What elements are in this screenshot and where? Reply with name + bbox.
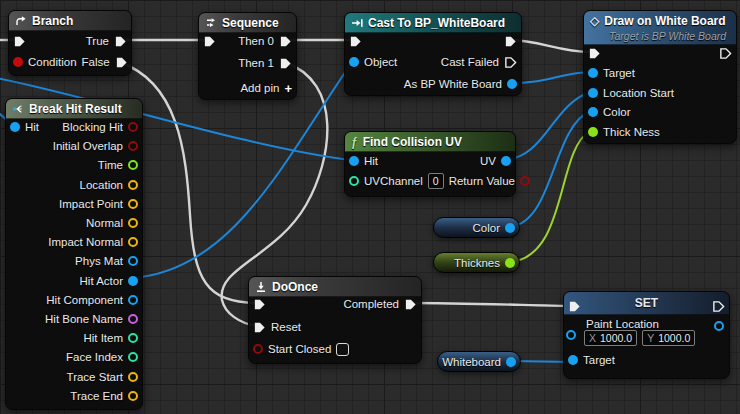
break-impact-normal-pin[interactable] [128,237,138,247]
cast-header[interactable]: Cast To BP_WhiteBoard [345,13,521,33]
break-out-label: Normal [86,217,123,229]
break-out-label: Impact Normal [48,236,123,248]
set-paint-location-in-pin[interactable] [566,330,576,340]
break-initial-overlap-pin[interactable] [128,141,138,151]
branch-icon [15,15,27,27]
sequence-then0-pin[interactable] [279,35,292,48]
cast-as-bp-pin[interactable] [507,79,517,89]
break-location-pin[interactable] [128,180,138,190]
set-y-label: Y [647,332,654,344]
node-draw-on-white-board[interactable]: ◇ Draw on White Board Target is BP White… [583,10,737,144]
cast-failed-pin[interactable] [504,56,517,69]
draw-thickness-pin[interactable] [588,127,598,137]
branch-condition-label: Condition [28,56,77,68]
draw-location-start-label: Location Start [603,87,674,99]
draw-header[interactable]: ◇ Draw on White Board Target is BP White… [584,11,736,45]
break-out-label: Hit Actor [80,275,123,287]
set-paint-location-label: Paint Location [586,318,659,330]
find-uv-channel-pin[interactable] [349,176,359,186]
blueprint-graph-canvas[interactable]: Branch True Condition False Sequence The… [0,0,740,414]
cast-object-pin[interactable] [349,57,359,67]
set-y-input[interactable]: Y1000.0 [642,330,695,346]
set-x-input[interactable]: X1000.0 [584,330,637,346]
set-exec-in-pin[interactable] [568,300,581,313]
node-do-once[interactable]: DoOnce Completed Reset Start Closed [248,276,422,364]
node-branch[interactable]: Branch True Condition False [8,10,132,76]
do-once-completed-pin[interactable] [404,298,417,311]
break-normal-pin[interactable] [128,218,138,228]
variable-color-pin[interactable] [505,223,515,233]
variable-whiteboard-pin[interactable] [506,357,516,367]
node-break-hit-result[interactable]: Break Hit Result Hit Blocking Hit Initia… [5,98,143,410]
break-hit-bone-name-pin[interactable] [128,314,138,324]
break-hit-input-pin[interactable] [10,122,20,132]
node-set-paint-location[interactable]: SET Paint Location X1000.0Y1000.0 Target [563,291,730,379]
break-blocking-hit-pin[interactable] [128,122,138,132]
find-uv-uv-pin[interactable] [501,156,511,166]
do-once-start-closed-pin[interactable] [253,344,263,354]
branch-true-label: True [86,35,109,47]
do-once-title: DoOnce [272,280,318,294]
diamond-icon: ◇ [590,15,599,27]
draw-exec-out-pin[interactable] [719,47,732,60]
find-uv-return-pin[interactable] [520,176,530,186]
set-x-value: 1000.0 [600,332,632,344]
set-target-pin[interactable] [568,355,578,365]
draw-location-start-pin[interactable] [588,88,598,98]
cast-failed-label: Cast Failed [441,56,499,68]
branch-true-pin[interactable] [114,35,127,48]
branch-header[interactable]: Branch [9,11,131,31]
find-uv-hit-label: Hit [364,155,378,167]
draw-color-pin[interactable] [588,107,598,117]
do-once-reset-pin[interactable] [253,321,266,334]
node-find-collision-uv[interactable]: ƒ Find Collision UV Hit UV UVChannel0 Re… [344,131,516,197]
break-out-label: Trace End [70,390,123,402]
break-hit-component-pin[interactable] [128,295,138,305]
break-trace-start-pin[interactable] [128,372,138,382]
draw-subtitle: Target is BP White Board [590,30,730,42]
break-out-label: Location [80,179,123,191]
do-once-header[interactable]: DoOnce [249,277,421,297]
find-uv-title: Find Collision UV [363,135,462,149]
variable-thicknes-pin[interactable] [505,258,515,268]
draw-target-pin[interactable] [588,68,598,78]
break-impact-point-pin[interactable] [128,199,138,209]
set-target-label: Target [583,354,615,366]
sequence-add-pin-button[interactable]: Add pin+ [203,79,292,97]
find-uv-hit-pin[interactable] [349,156,359,166]
break-hit-header[interactable]: Break Hit Result [6,99,142,119]
uv-channel-input[interactable]: 0 [428,173,444,189]
sequence-then1-label: Then 1 [238,57,274,69]
break-face-index-pin[interactable] [128,352,138,362]
sequence-header[interactable]: Sequence [199,13,296,33]
break-time-pin[interactable] [128,160,138,170]
variable-get-thicknes[interactable]: Thicknes [433,252,520,273]
node-sequence[interactable]: Sequence Then 0 Then 1 Add pin+ [198,12,297,100]
cast-exec-out-pin[interactable] [504,35,517,48]
branch-condition-pin[interactable] [13,57,23,67]
draw-exec-in-pin[interactable] [588,47,601,60]
variable-get-whiteboard[interactable]: Whiteboard [437,351,521,372]
node-cast-to-bp-whiteboard[interactable]: Cast To BP_WhiteBoard Object Cast Failed… [344,12,522,96]
draw-color-label: Color [603,106,630,118]
break-phys-mat-pin[interactable] [128,256,138,266]
break-trace-end-pin[interactable] [128,391,138,401]
sequence-then1-pin[interactable] [279,57,292,70]
do-once-exec-in-pin[interactable] [253,298,266,311]
start-closed-checkbox[interactable] [336,343,349,356]
break-struct-icon [12,103,24,115]
break-out-label: Time [98,159,123,171]
variable-get-color[interactable]: Color [433,217,520,238]
sequence-title: Sequence [222,16,279,30]
break-hit-actor-pin[interactable] [128,276,138,286]
break-hit-item-pin[interactable] [128,333,138,343]
draw-thickness-label: Thick Ness [603,126,660,138]
set-paint-location-out-pin[interactable] [714,321,724,331]
find-uv-header[interactable]: ƒ Find Collision UV [345,132,515,152]
sequence-exec-in-pin[interactable] [203,35,216,48]
set-exec-out-pin[interactable] [712,300,725,313]
branch-exec-in-pin[interactable] [13,35,26,48]
break-out-label: Initial Overlap [53,140,123,152]
cast-exec-in-pin[interactable] [349,35,362,48]
branch-false-pin[interactable] [115,56,128,69]
